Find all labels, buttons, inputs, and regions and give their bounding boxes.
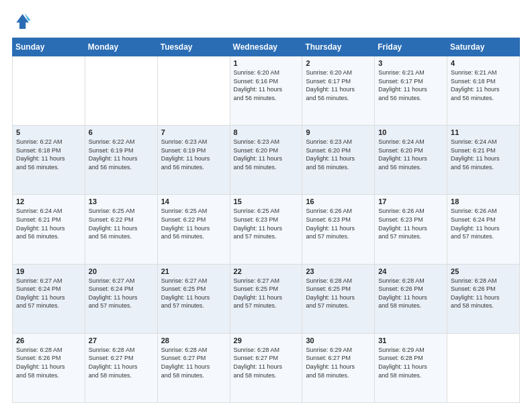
day-number: 31 xyxy=(378,336,443,345)
day-of-week-header: Tuesday xyxy=(157,38,230,56)
day-number: 13 xyxy=(89,197,154,205)
day-number: 17 xyxy=(378,197,443,205)
day-number: 20 xyxy=(89,267,154,275)
day-info: Sunrise: 6:28 AMSunset: 6:26 PMDaylight:… xyxy=(16,346,81,379)
day-info: Sunrise: 6:24 AMSunset: 6:20 PMDaylight:… xyxy=(378,138,443,171)
day-info: Sunrise: 6:26 AMSunset: 6:24 PMDaylight:… xyxy=(451,207,516,240)
day-info: Sunrise: 6:27 AMSunset: 6:24 PMDaylight:… xyxy=(89,277,154,310)
calendar-day-cell: 14Sunrise: 6:25 AMSunset: 6:22 PMDayligh… xyxy=(157,195,230,264)
day-number: 16 xyxy=(306,197,371,205)
day-info: Sunrise: 6:25 AMSunset: 6:22 PMDaylight:… xyxy=(89,207,154,240)
day-info: Sunrise: 6:27 AMSunset: 6:25 PMDaylight:… xyxy=(161,277,226,310)
day-number: 10 xyxy=(378,128,443,136)
calendar-day-cell: 30Sunrise: 6:29 AMSunset: 6:27 PMDayligh… xyxy=(302,333,375,402)
day-info: Sunrise: 6:21 AMSunset: 6:17 PMDaylight:… xyxy=(378,68,443,102)
day-info: Sunrise: 6:26 AMSunset: 6:23 PMDaylight:… xyxy=(306,207,371,240)
calendar-day-cell: 1Sunrise: 6:20 AMSunset: 6:16 PMDaylight… xyxy=(230,56,302,126)
calendar-day-cell: 4Sunrise: 6:21 AMSunset: 6:18 PMDaylight… xyxy=(447,56,520,126)
logo-icon xyxy=(12,12,31,31)
day-info: Sunrise: 6:28 AMSunset: 6:26 PMDaylight:… xyxy=(378,277,443,310)
calendar-day-cell: 3Sunrise: 6:21 AMSunset: 6:17 PMDaylight… xyxy=(375,56,447,126)
calendar-day-cell: 26Sunrise: 6:28 AMSunset: 6:26 PMDayligh… xyxy=(13,333,85,402)
calendar-day-cell: 16Sunrise: 6:26 AMSunset: 6:23 PMDayligh… xyxy=(302,195,375,264)
day-number: 2 xyxy=(306,59,371,67)
day-of-week-header: Thursday xyxy=(302,38,375,56)
day-number: 8 xyxy=(234,128,299,136)
day-of-week-header: Monday xyxy=(85,38,157,56)
day-info: Sunrise: 6:25 AMSunset: 6:22 PMDaylight:… xyxy=(161,207,226,240)
calendar-day-cell xyxy=(447,333,520,402)
day-info: Sunrise: 6:23 AMSunset: 6:20 PMDaylight:… xyxy=(234,138,299,171)
day-number: 3 xyxy=(378,59,443,67)
calendar-day-cell: 2Sunrise: 6:20 AMSunset: 6:17 PMDaylight… xyxy=(302,56,375,126)
calendar-day-cell: 25Sunrise: 6:28 AMSunset: 6:26 PMDayligh… xyxy=(447,264,520,333)
calendar-day-cell: 5Sunrise: 6:22 AMSunset: 6:18 PMDaylight… xyxy=(13,126,85,195)
calendar-day-cell: 13Sunrise: 6:25 AMSunset: 6:22 PMDayligh… xyxy=(85,195,157,264)
calendar-week-row: 12Sunrise: 6:24 AMSunset: 6:21 PMDayligh… xyxy=(13,195,520,264)
day-info: Sunrise: 6:22 AMSunset: 6:18 PMDaylight:… xyxy=(16,138,81,171)
calendar-week-row: 1Sunrise: 6:20 AMSunset: 6:16 PMDaylight… xyxy=(13,56,520,126)
calendar-day-cell: 11Sunrise: 6:24 AMSunset: 6:21 PMDayligh… xyxy=(447,126,520,195)
page: SundayMondayTuesdayWednesdayThursdayFrid… xyxy=(0,0,532,411)
day-info: Sunrise: 6:24 AMSunset: 6:21 PMDaylight:… xyxy=(16,207,81,240)
day-number: 1 xyxy=(234,59,299,67)
day-number: 5 xyxy=(16,128,81,136)
day-info: Sunrise: 6:22 AMSunset: 6:19 PMDaylight:… xyxy=(89,138,154,171)
calendar-day-cell: 17Sunrise: 6:26 AMSunset: 6:23 PMDayligh… xyxy=(375,195,447,264)
calendar-day-cell: 9Sunrise: 6:23 AMSunset: 6:20 PMDaylight… xyxy=(302,126,375,195)
day-number: 28 xyxy=(161,336,226,345)
day-number: 22 xyxy=(234,267,299,275)
calendar-day-cell xyxy=(13,56,85,126)
day-info: Sunrise: 6:23 AMSunset: 6:19 PMDaylight:… xyxy=(161,138,226,171)
day-info: Sunrise: 6:28 AMSunset: 6:27 PMDaylight:… xyxy=(89,346,154,379)
calendar-day-cell: 28Sunrise: 6:28 AMSunset: 6:27 PMDayligh… xyxy=(157,333,230,402)
day-number: 11 xyxy=(451,128,516,136)
calendar-day-cell: 20Sunrise: 6:27 AMSunset: 6:24 PMDayligh… xyxy=(85,264,157,333)
day-number: 29 xyxy=(234,336,299,345)
calendar-week-row: 26Sunrise: 6:28 AMSunset: 6:26 PMDayligh… xyxy=(13,333,520,402)
calendar-day-cell xyxy=(85,56,157,126)
calendar-day-cell: 22Sunrise: 6:27 AMSunset: 6:25 PMDayligh… xyxy=(230,264,302,333)
calendar-day-cell xyxy=(157,56,230,126)
calendar-day-cell: 23Sunrise: 6:28 AMSunset: 6:25 PMDayligh… xyxy=(302,264,375,333)
calendar-day-cell: 15Sunrise: 6:25 AMSunset: 6:23 PMDayligh… xyxy=(230,195,302,264)
header xyxy=(12,12,520,31)
logo xyxy=(12,12,34,31)
calendar-table: SundayMondayTuesdayWednesdayThursdayFrid… xyxy=(12,38,520,403)
calendar-day-cell: 12Sunrise: 6:24 AMSunset: 6:21 PMDayligh… xyxy=(13,195,85,264)
calendar-day-cell: 7Sunrise: 6:23 AMSunset: 6:19 PMDaylight… xyxy=(157,126,230,195)
day-info: Sunrise: 6:29 AMSunset: 6:28 PMDaylight:… xyxy=(378,346,443,379)
calendar-day-cell: 10Sunrise: 6:24 AMSunset: 6:20 PMDayligh… xyxy=(375,126,447,195)
day-number: 24 xyxy=(378,267,443,275)
calendar-day-cell: 21Sunrise: 6:27 AMSunset: 6:25 PMDayligh… xyxy=(157,264,230,333)
day-number: 27 xyxy=(89,336,154,345)
calendar-day-cell: 27Sunrise: 6:28 AMSunset: 6:27 PMDayligh… xyxy=(85,333,157,402)
calendar-day-cell: 24Sunrise: 6:28 AMSunset: 6:26 PMDayligh… xyxy=(375,264,447,333)
calendar-day-cell: 6Sunrise: 6:22 AMSunset: 6:19 PMDaylight… xyxy=(85,126,157,195)
day-of-week-header: Sunday xyxy=(13,38,85,56)
day-of-week-header: Friday xyxy=(375,38,447,56)
day-number: 19 xyxy=(16,267,81,275)
day-info: Sunrise: 6:28 AMSunset: 6:27 PMDaylight:… xyxy=(234,346,299,379)
day-number: 7 xyxy=(161,128,226,136)
day-number: 15 xyxy=(234,197,299,205)
day-info: Sunrise: 6:28 AMSunset: 6:27 PMDaylight:… xyxy=(161,346,226,379)
day-info: Sunrise: 6:20 AMSunset: 6:17 PMDaylight:… xyxy=(306,68,371,102)
calendar-day-cell: 19Sunrise: 6:27 AMSunset: 6:24 PMDayligh… xyxy=(13,264,85,333)
day-info: Sunrise: 6:26 AMSunset: 6:23 PMDaylight:… xyxy=(378,207,443,240)
day-info: Sunrise: 6:27 AMSunset: 6:25 PMDaylight:… xyxy=(234,277,299,310)
day-number: 30 xyxy=(306,336,371,345)
day-info: Sunrise: 6:25 AMSunset: 6:23 PMDaylight:… xyxy=(234,207,299,240)
calendar-day-cell: 29Sunrise: 6:28 AMSunset: 6:27 PMDayligh… xyxy=(230,333,302,402)
day-number: 26 xyxy=(16,336,81,345)
calendar-day-cell: 18Sunrise: 6:26 AMSunset: 6:24 PMDayligh… xyxy=(447,195,520,264)
day-number: 6 xyxy=(89,128,154,136)
day-info: Sunrise: 6:28 AMSunset: 6:25 PMDaylight:… xyxy=(306,277,371,310)
calendar-header-row: SundayMondayTuesdayWednesdayThursdayFrid… xyxy=(13,38,520,56)
day-of-week-header: Wednesday xyxy=(230,38,302,56)
day-info: Sunrise: 6:24 AMSunset: 6:21 PMDaylight:… xyxy=(451,138,516,171)
day-info: Sunrise: 6:27 AMSunset: 6:24 PMDaylight:… xyxy=(16,277,81,310)
day-number: 25 xyxy=(451,267,516,275)
day-number: 9 xyxy=(306,128,371,136)
day-info: Sunrise: 6:20 AMSunset: 6:16 PMDaylight:… xyxy=(234,68,299,102)
